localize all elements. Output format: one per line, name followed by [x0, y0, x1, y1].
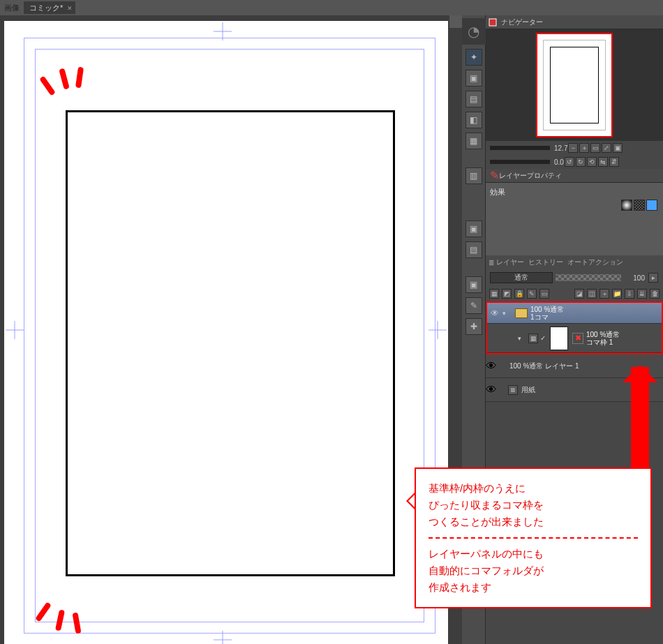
dock-button[interactable]: ✦ [465, 49, 482, 66]
reference-button[interactable]: ✎ [527, 289, 537, 299]
layer-blend-label: 100 %通常 [530, 306, 564, 313]
navigator-icon [489, 18, 497, 27]
callout-line: ぴったり収まるコマ枠を [429, 497, 638, 514]
rotate-reset-button[interactable]: ⟲ [587, 157, 597, 167]
annotation-callout: 基準枠/内枠のうえに ぴったり収まるコマ枠を つくることが出来ました レイヤーパ… [415, 467, 652, 608]
mask-button[interactable]: ◪ [574, 289, 584, 299]
lock-button[interactable]: 🔒 [514, 289, 524, 299]
expand-icon[interactable]: ▾ [518, 335, 528, 342]
layer-name: コマ枠 1 [586, 338, 620, 346]
visibility-icon[interactable]: 👁 [486, 360, 497, 373]
layer-property-header[interactable]: ✎ レイヤープロパティ [486, 169, 663, 183]
actual-size-button[interactable]: ▣ [613, 143, 623, 153]
tab-layer[interactable]: ≣ レイヤー [489, 257, 524, 267]
layer-name: 1コマ [530, 313, 564, 321]
visibility-icon[interactable]: 👁 [487, 308, 502, 318]
layer-blend-label: 100 %通常 [509, 362, 543, 370]
merge-button[interactable]: ⇊ [637, 289, 647, 299]
quick-access-icon[interactable]: ◔ [462, 18, 486, 45]
frame-icon: ▦ [528, 334, 538, 343]
dock-button[interactable]: ▦ [465, 133, 482, 149]
dock-button[interactable]: ✎ [465, 297, 482, 314]
tab-history[interactable]: ヒストリー [528, 257, 563, 267]
draft-button[interactable]: ▭ [539, 289, 549, 299]
rotate-ccw-button[interactable]: ↺ [565, 157, 574, 167]
navigator-preview[interactable] [486, 29, 663, 141]
title-bar: 画像 コミック* ✕ [0, 0, 663, 15]
dock-button[interactable]: ▣ [465, 220, 482, 237]
rotate-value: 0.0 [554, 158, 564, 166]
effect-label: 効果 [490, 188, 505, 196]
navigator-thumbnail [536, 33, 613, 137]
delete-layer-button[interactable]: 🗑 [650, 289, 660, 299]
layer-row-folder[interactable]: 👁 ▾ 100 %通常 1コマ [487, 303, 662, 324]
tab-autoaction[interactable]: オートアクション [567, 257, 623, 267]
opacity-slider[interactable] [556, 274, 621, 281]
callout-line: レイヤーパネルの中にも [429, 546, 638, 562]
document-tab-title: コミック* [29, 3, 63, 12]
callout-line: 自動的にコマフォルダが [429, 562, 638, 579]
blend-mode-select[interactable]: 通常 [490, 272, 553, 283]
dock-button[interactable]: ▥ [465, 167, 482, 184]
effect-border-button[interactable] [621, 200, 632, 211]
scroll-up-button[interactable] [449, 15, 462, 28]
canvas-area[interactable] [0, 15, 462, 644]
zoom-fit-button[interactable]: ▭ [590, 143, 600, 153]
callout-line: 基準枠/内枠のうえに [429, 480, 638, 497]
lock-checker-button[interactable]: ▦ [489, 289, 499, 299]
brush-icon: ✎ [490, 169, 499, 182]
annotation-arrow [631, 367, 649, 470]
mask-disabled-icon[interactable]: ✖ [572, 333, 583, 344]
dock-button[interactable]: ✚ [465, 318, 482, 335]
dock-button[interactable]: ◧ [465, 112, 482, 128]
menu-label[interactable]: 画像 [0, 3, 24, 13]
flip-h-button[interactable]: ⇋ [598, 157, 608, 167]
document-tab[interactable]: コミック* ✕ [24, 1, 75, 14]
lock-pixel-button[interactable]: ◩ [502, 289, 512, 299]
transfer-button[interactable]: ⇩ [625, 289, 634, 299]
layer-panel-tabs: ≣ レイヤー ヒストリー オートアクション [486, 255, 663, 269]
zoom-in-button[interactable]: ＋ [579, 143, 589, 153]
navigator-title: ナビゲーター [501, 17, 543, 27]
canvas-page[interactable] [4, 21, 448, 644]
dock-button[interactable]: ▤ [465, 241, 482, 258]
rotate-cw-button[interactable]: ↻ [576, 157, 586, 167]
reg-mark-right [429, 321, 447, 339]
new-layer-button[interactable]: ＋ [599, 289, 609, 299]
zoom-slider[interactable] [490, 146, 550, 150]
flip-v-button[interactable]: ⇵ [609, 157, 619, 167]
new-folder-button[interactable]: 📁 [612, 289, 622, 299]
navigator-controls: 12.7 − ＋ ▭ ⤢ ▣ 0.0 ↺ ↻ ⟲ ⇋ ⇵ [486, 141, 663, 169]
callout-divider [429, 537, 638, 539]
visibility-icon[interactable]: 👁 [486, 384, 497, 396]
folder-icon [515, 308, 528, 318]
layer-name: レイヤー 1 [545, 362, 579, 370]
fit-screen-button[interactable]: ⤢ [602, 143, 611, 153]
ruler-button[interactable]: ◫ [587, 289, 597, 299]
close-icon[interactable]: ✕ [67, 3, 73, 13]
opacity-value: 100 [624, 274, 645, 282]
paper-icon: 🗎 [508, 385, 518, 395]
effect-layercolor-button[interactable] [646, 200, 657, 211]
dock-button[interactable]: ▤ [465, 91, 482, 107]
layer-thumbnail [550, 327, 568, 350]
reg-mark-top [214, 22, 232, 40]
layer-name: 用紙 [521, 386, 535, 394]
expand-icon[interactable]: ▾ [502, 310, 512, 317]
layer-blend-row: 通常 100 ▸ [486, 269, 663, 286]
opacity-stepper[interactable]: ▸ [648, 273, 658, 283]
rotate-slider[interactable] [490, 160, 550, 164]
callout-line: つくることが出来ました [429, 514, 638, 530]
zoom-value: 12.7 [554, 144, 567, 152]
layers-icon: ≣ [489, 259, 494, 267]
effect-tone-button[interactable] [634, 200, 645, 211]
dock-button[interactable]: ▣ [465, 70, 482, 87]
layer-list-highlight: 👁 ▾ 100 %通常 1コマ ▾ ▦ ✓ ✖ [486, 301, 663, 354]
dock-button[interactable]: ▣ [465, 276, 482, 293]
reg-mark-left [6, 321, 24, 339]
callout-line: 作成されます [429, 579, 638, 596]
layer-property-body: 効果 [486, 183, 663, 255]
comic-frame [66, 110, 395, 576]
navigator-header[interactable]: ナビゲーター [486, 15, 663, 29]
zoom-out-button[interactable]: − [568, 143, 578, 153]
